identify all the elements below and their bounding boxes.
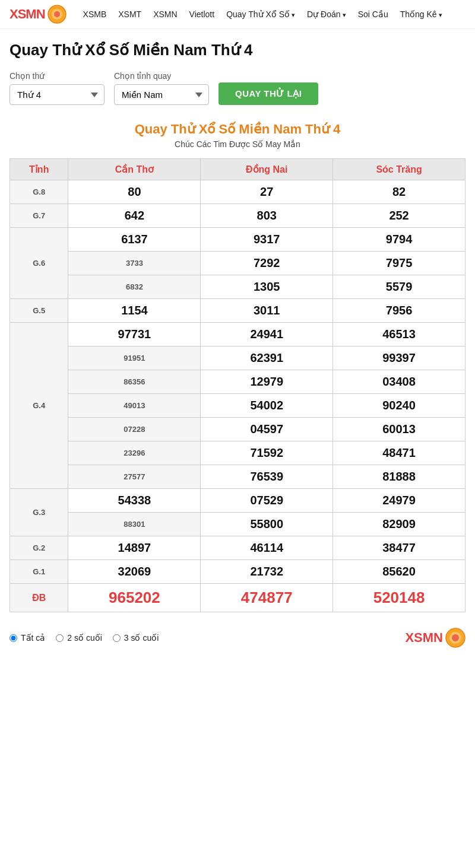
lottery-table: Tỉnh Cần Thơ Đồng Nai Sóc Trăng G.880278…	[10, 158, 466, 612]
prize-value: 82909	[333, 513, 466, 536]
prize-value: 71592	[201, 441, 333, 465]
prize-value: 642	[68, 204, 201, 228]
prize-value: 85620	[333, 560, 466, 584]
radio-3socuoi[interactable]: 3 số cuối	[113, 633, 159, 643]
controls-row: Chọn thứ Thứ 4 Thứ 2 Thứ 3 Thứ 5 Thứ 6 T…	[10, 71, 466, 105]
prize-value: 81888	[333, 465, 466, 489]
table-row: 072280459760013	[10, 418, 466, 441]
col-dongnai: Đồng Nai	[201, 159, 333, 180]
logo: XSMN	[10, 5, 66, 24]
prize-label: G.3	[10, 489, 68, 536]
svg-point-2	[54, 11, 60, 17]
prize-value: 07529	[201, 489, 333, 513]
prize-value: 7956	[333, 299, 466, 323]
prize-value: 38477	[333, 536, 466, 560]
table-row: G.8802782	[10, 180, 466, 204]
nav-dudoan[interactable]: Dự Đoán	[307, 9, 346, 19]
col-cantho: Cần Thơ	[68, 159, 201, 180]
prize-label: G.5	[10, 299, 68, 323]
prize-value: 90240	[333, 394, 466, 418]
result-subtitle: Chúc Các Tim Được Số May Mắn	[10, 139, 466, 149]
table-row: G.1320692173285620	[10, 560, 466, 584]
prize-value: 49013	[68, 394, 201, 418]
radio-2socuoi[interactable]: 2 số cuối	[56, 633, 102, 643]
col-soctrang: Sóc Trăng	[333, 159, 466, 180]
prize-label: G.2	[10, 536, 68, 560]
prize-value: 91951	[68, 346, 201, 370]
prize-label: G.8	[10, 180, 68, 204]
quay-thu-button[interactable]: QUAY THỬ LẠI	[218, 82, 318, 105]
table-row: G.2148974611438477	[10, 536, 466, 560]
radio-tatca[interactable]: Tất cả	[10, 633, 45, 643]
prize-value: 1305	[201, 275, 333, 299]
table-row: G.4977312494146513	[10, 323, 466, 346]
prize-value: 7975	[333, 252, 466, 275]
day-select[interactable]: Thứ 4 Thứ 2 Thứ 3 Thứ 5 Thứ 6 Thứ 7 Chủ …	[10, 84, 104, 105]
prize-value: 6832	[68, 275, 201, 299]
prize-label: G.7	[10, 204, 68, 228]
prize-value: 6137	[68, 228, 201, 252]
svg-point-5	[452, 634, 459, 641]
prize-value: 86356	[68, 370, 201, 394]
footer-brand-text: XSMN	[405, 630, 443, 646]
nav-vietlott[interactable]: Vietlott	[189, 9, 215, 19]
prize-value: 9317	[201, 228, 333, 252]
nav-links: XSMB XSMT XSMN Vietlott Quay Thử Xổ Số D…	[83, 9, 466, 19]
prize-value: 07228	[68, 418, 201, 441]
prize-value: 03408	[333, 370, 466, 394]
prize-value: 54002	[201, 394, 333, 418]
prize-value: 24941	[201, 323, 333, 346]
prize-value: 3011	[201, 299, 333, 323]
prize-value: 88301	[68, 513, 201, 536]
prize-value: 520148	[333, 584, 466, 612]
page-title: Quay Thử Xổ Số Miền Nam Thứ 4	[10, 41, 466, 59]
prize-value: 99397	[333, 346, 466, 370]
table-row: 232967159248471	[10, 441, 466, 465]
col-tinh: Tỉnh	[10, 159, 68, 180]
prize-value: 48471	[333, 441, 466, 465]
day-control: Chọn thứ Thứ 4 Thứ 2 Thứ 3 Thứ 5 Thứ 6 T…	[10, 71, 104, 105]
prize-value: 12979	[201, 370, 333, 394]
prize-value: 62391	[201, 346, 333, 370]
table-row: 883015580082909	[10, 513, 466, 536]
prize-value: 60013	[333, 418, 466, 441]
prize-value: 54338	[68, 489, 201, 513]
prize-value: 7292	[201, 252, 333, 275]
table-row: G.7642803252	[10, 204, 466, 228]
nav-xsmb[interactable]: XSMB	[83, 9, 107, 19]
prize-value: 965202	[68, 584, 201, 612]
nav-soicau[interactable]: Soi Cầu	[358, 9, 388, 19]
footer-radios: Tất cả 2 số cuối 3 số cuối XSMN	[10, 622, 466, 654]
day-label: Chọn thứ	[10, 71, 104, 81]
table-row: 490135400290240	[10, 394, 466, 418]
prize-value: 21732	[201, 560, 333, 584]
prize-value: 24979	[333, 489, 466, 513]
prize-value: 80	[68, 180, 201, 204]
result-heading: Quay Thử Xổ Số Miền Nam Thứ 4 Chúc Các T…	[10, 122, 466, 149]
logo-icon	[48, 5, 66, 24]
prize-value: 55800	[201, 513, 333, 536]
navbar: XSMN XSMB XSMT XSMN Vietlott Quay Thử Xổ…	[0, 0, 475, 29]
nav-xsmt[interactable]: XSMT	[118, 9, 141, 19]
prize-value: 3733	[68, 252, 201, 275]
prize-value: 803	[201, 204, 333, 228]
prize-value: 97731	[68, 323, 201, 346]
table-row: 863561297903408	[10, 370, 466, 394]
logo-text: XSMN	[10, 7, 45, 22]
nav-quaythu[interactable]: Quay Thử Xổ Số	[226, 9, 295, 19]
table-header-row: Tỉnh Cần Thơ Đồng Nai Sóc Trăng	[10, 159, 466, 180]
prize-value: 46513	[333, 323, 466, 346]
table-row: 919516239199397	[10, 346, 466, 370]
prize-value: 32069	[68, 560, 201, 584]
table-row: G.6613793179794	[10, 228, 466, 252]
prize-label: G.1	[10, 560, 68, 584]
prize-value: 46114	[201, 536, 333, 560]
table-row: G.3543380752924979	[10, 489, 466, 513]
region-select[interactable]: Miền Nam Miền Bắc Miền Trung	[114, 84, 209, 105]
prize-label: ĐB	[10, 584, 68, 612]
prize-value: 27	[201, 180, 333, 204]
footer-brand: XSMN	[405, 628, 466, 648]
page-content: Quay Thử Xổ Số Miền Nam Thứ 4 Chọn thứ T…	[0, 29, 475, 666]
nav-thongke[interactable]: Thống Kê	[400, 9, 442, 19]
nav-xsmn[interactable]: XSMN	[153, 9, 177, 19]
